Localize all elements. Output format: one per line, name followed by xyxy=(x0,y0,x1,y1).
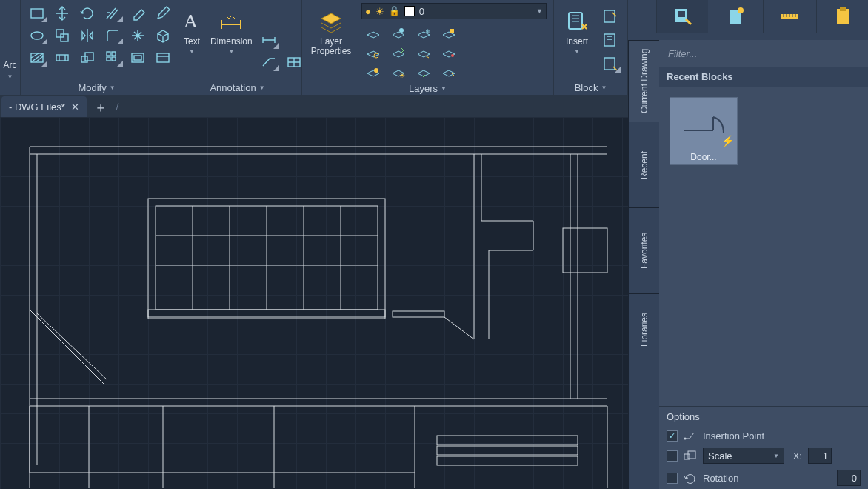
unlock-icon: 🔓 xyxy=(389,6,400,16)
ruler-icon[interactable] xyxy=(763,0,815,33)
scale-checkbox[interactable] xyxy=(667,450,678,462)
panel-arc: Arc ▼ xyxy=(0,0,21,95)
svg-point-25 xyxy=(374,68,378,73)
tab-favorites[interactable]: Favorites xyxy=(629,207,659,293)
svg-rect-42 xyxy=(563,228,607,273)
blocks-palette-icon[interactable] xyxy=(656,0,708,33)
svg-rect-14 xyxy=(157,53,169,62)
annotation-dropdown[interactable]: Annotation▼ xyxy=(178,81,297,93)
svg-rect-5 xyxy=(56,55,68,61)
chevron-down-icon: ▼ xyxy=(228,48,234,55)
chevron-down-icon: ▼ xyxy=(601,84,607,91)
rotation-checkbox[interactable] xyxy=(667,473,678,484)
layer-freeze-icon[interactable] xyxy=(387,25,410,43)
svg-text:☀: ☀ xyxy=(399,72,405,79)
erase-icon[interactable] xyxy=(126,3,150,24)
blocks-filter-input[interactable] xyxy=(667,44,861,62)
svg-rect-37 xyxy=(840,7,846,11)
panel-block: Insert ▼ Block▼ xyxy=(554,0,628,95)
layer-properties-button[interactable]: Layer Properties xyxy=(307,3,355,82)
tool-palette-icon[interactable] xyxy=(710,0,761,33)
layer-off-icon[interactable] xyxy=(361,25,385,43)
mirror-icon[interactable] xyxy=(76,25,99,46)
scale-x-input[interactable] xyxy=(808,448,832,464)
arc-label[interactable]: Arc xyxy=(4,61,17,70)
insert-button[interactable]: Insert ▼ xyxy=(558,3,595,81)
file-tab[interactable]: - DWG Files* ✕ xyxy=(1,96,87,117)
move-icon[interactable] xyxy=(50,3,74,24)
rectangle-icon[interactable] xyxy=(25,3,49,24)
panel-annotation: A Text ▼ Dimension ▼ Annotation▼ xyxy=(173,0,302,95)
array-icon[interactable] xyxy=(101,47,124,68)
leader-icon[interactable] xyxy=(257,52,281,73)
svg-rect-10 xyxy=(107,57,110,61)
svg-rect-13 xyxy=(134,56,141,60)
insertion-point-checkbox[interactable]: ✓ xyxy=(667,430,678,442)
layer-match-icon[interactable] xyxy=(361,44,385,62)
layer-thaw-icon[interactable]: ☀ xyxy=(387,64,410,82)
svg-rect-43 xyxy=(437,436,578,445)
add-tab-button[interactable]: ＋ xyxy=(91,98,110,117)
chevron-down-icon: ▼ xyxy=(110,84,116,91)
lightbulb-icon: ● xyxy=(365,6,371,17)
rotate-icon[interactable] xyxy=(76,3,99,24)
create-block-icon[interactable] xyxy=(598,6,622,27)
layer-prev-icon[interactable] xyxy=(412,44,435,62)
scale-icon xyxy=(684,450,697,462)
layer-on-icon[interactable] xyxy=(361,64,385,82)
blocks-options: Options ✓ Insertion Point Scale▼ X: Rota… xyxy=(659,406,868,489)
svg-point-20 xyxy=(399,28,404,33)
blocks-side-tabs: Current Drawing Recent Favorites Librari… xyxy=(628,40,659,489)
chevron-down-icon: ▼ xyxy=(7,73,13,80)
close-icon[interactable]: ✕ xyxy=(71,102,79,113)
rotation-icon xyxy=(684,472,697,484)
svg-rect-27 xyxy=(569,13,582,29)
box-icon[interactable] xyxy=(151,25,175,46)
properties-icon[interactable] xyxy=(151,47,175,68)
dimension-button[interactable]: Dimension ▼ xyxy=(210,3,253,81)
recent-blocks-head: Recent Blocks xyxy=(659,67,868,87)
clipboard-icon[interactable] xyxy=(816,0,868,33)
ellipse-icon[interactable] xyxy=(25,25,49,46)
offset-icon[interactable] xyxy=(126,47,150,68)
table-icon[interactable] xyxy=(282,52,306,73)
svg-point-24 xyxy=(451,54,454,57)
block-thumbnail-door[interactable]: ⚡ Door... xyxy=(670,97,738,165)
edit-attr-icon[interactable] xyxy=(598,53,622,74)
copy-icon[interactable] xyxy=(50,25,74,46)
layer-walk-icon[interactable] xyxy=(437,44,461,62)
chevron-down-icon: ▼ xyxy=(574,48,580,55)
rotation-input[interactable] xyxy=(837,470,861,486)
layer-lock-icon[interactable]: ❄ xyxy=(412,25,435,43)
pencil-icon[interactable] xyxy=(151,3,175,24)
insertion-label: Insertion Point xyxy=(703,430,764,442)
layer-combo[interactable]: ● ☀ 🔓 0 ▼ xyxy=(361,3,547,19)
stretch-icon[interactable] xyxy=(50,47,74,68)
scale-icon[interactable] xyxy=(76,47,99,68)
layer-states-icon[interactable] xyxy=(437,64,461,82)
layers-dropdown[interactable]: Layers▼ xyxy=(307,82,549,94)
edit-block-icon[interactable] xyxy=(598,30,622,50)
svg-rect-41 xyxy=(393,311,444,317)
panel-modify: Modify▼ xyxy=(21,0,173,95)
svg-rect-44 xyxy=(437,446,578,455)
layer-unlock-icon[interactable] xyxy=(412,64,435,82)
tab-libraries[interactable]: Libraries xyxy=(629,293,659,365)
rotation-label: Rotation xyxy=(703,473,738,484)
linear-dim-icon[interactable] xyxy=(257,30,281,50)
explode-icon[interactable] xyxy=(126,25,150,46)
tab-recent[interactable]: Recent xyxy=(629,122,659,207)
modify-dropdown[interactable]: Modify▼ xyxy=(25,81,168,93)
block-dropdown[interactable]: Block▼ xyxy=(558,81,623,93)
trim-icon[interactable] xyxy=(101,3,124,24)
layer-iso-icon[interactable] xyxy=(387,44,410,62)
tab-current-drawing[interactable]: Current Drawing xyxy=(629,40,659,122)
scale-combo[interactable]: Scale▼ xyxy=(703,448,784,464)
hatch-icon[interactable] xyxy=(25,47,49,68)
chevron-down-icon: ▼ xyxy=(189,48,195,55)
fillet-icon[interactable] xyxy=(101,25,124,46)
svg-text:❄: ❄ xyxy=(425,28,430,35)
text-button[interactable]: A Text ▼ xyxy=(178,3,206,81)
layer-lock2-icon[interactable] xyxy=(437,25,461,43)
drawing-canvas[interactable] xyxy=(0,117,628,489)
